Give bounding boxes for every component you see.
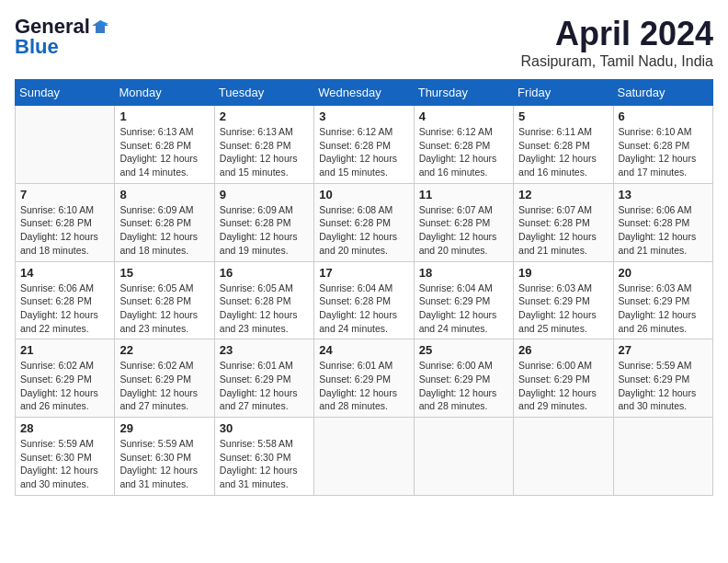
day-info: Sunrise: 6:05 AMSunset: 6:28 PMDaylight:… xyxy=(119,282,209,336)
day-info: Sunrise: 6:05 AMSunset: 6:28 PMDaylight:… xyxy=(220,282,309,336)
calendar-table: SundayMondayTuesdayWednesdayThursdayFrid… xyxy=(15,79,713,496)
day-number: 9 xyxy=(220,188,309,201)
calendar-cell: 26Sunrise: 6:00 AMSunset: 6:29 PMDayligh… xyxy=(514,339,613,418)
calendar-cell: 4Sunrise: 6:12 AMSunset: 6:28 PMDaylight… xyxy=(414,106,513,184)
day-info: Sunrise: 6:04 AMSunset: 6:29 PMDaylight:… xyxy=(419,282,508,336)
calendar-cell xyxy=(314,418,414,496)
calendar-cell: 2Sunrise: 6:13 AMSunset: 6:28 PMDaylight… xyxy=(214,106,313,184)
day-info: Sunrise: 6:13 AMSunset: 6:28 PMDaylight:… xyxy=(119,125,209,179)
calendar-week-row: 28Sunrise: 5:59 AMSunset: 6:30 PMDayligh… xyxy=(16,418,713,496)
day-number: 10 xyxy=(319,188,408,201)
page-header: General Blue April 2024 Rasipuram, Tamil… xyxy=(15,15,713,70)
day-info: Sunrise: 6:11 AMSunset: 6:28 PMDaylight:… xyxy=(518,125,608,179)
day-number: 24 xyxy=(319,343,408,357)
day-info: Sunrise: 5:59 AMSunset: 6:29 PMDaylight:… xyxy=(619,359,708,413)
day-info: Sunrise: 6:08 AMSunset: 6:28 PMDaylight:… xyxy=(319,203,408,258)
day-info: Sunrise: 5:59 AMSunset: 6:30 PMDaylight:… xyxy=(119,437,209,491)
calendar-cell: 18Sunrise: 6:04 AMSunset: 6:29 PMDayligh… xyxy=(414,261,513,339)
calendar-header-row: SundayMondayTuesdayWednesdayThursdayFrid… xyxy=(16,80,713,106)
title-section: April 2024 Rasipuram, Tamil Nadu, India xyxy=(520,15,713,70)
calendar-cell xyxy=(414,418,513,496)
day-info: Sunrise: 6:01 AMSunset: 6:29 PMDaylight:… xyxy=(319,359,408,413)
day-number: 20 xyxy=(619,266,708,280)
calendar-cell xyxy=(16,106,115,184)
calendar-cell: 22Sunrise: 6:02 AMSunset: 6:29 PMDayligh… xyxy=(115,339,214,418)
day-info: Sunrise: 6:02 AMSunset: 6:29 PMDaylight:… xyxy=(119,359,209,413)
logo: General Blue xyxy=(15,15,108,59)
day-info: Sunrise: 6:07 AMSunset: 6:28 PMDaylight:… xyxy=(518,203,608,258)
day-number: 28 xyxy=(20,421,109,435)
calendar-cell: 8Sunrise: 6:09 AMSunset: 6:28 PMDaylight… xyxy=(115,183,214,261)
logo-blue: Blue xyxy=(15,35,59,59)
day-info: Sunrise: 5:59 AMSunset: 6:30 PMDaylight:… xyxy=(20,437,109,491)
calendar-cell: 11Sunrise: 6:07 AMSunset: 6:28 PMDayligh… xyxy=(414,183,513,261)
day-info: Sunrise: 6:10 AMSunset: 6:28 PMDaylight:… xyxy=(619,125,708,179)
day-number: 11 xyxy=(419,188,508,201)
day-number: 21 xyxy=(20,343,109,357)
day-info: Sunrise: 6:03 AMSunset: 6:29 PMDaylight:… xyxy=(518,282,608,336)
calendar-cell: 13Sunrise: 6:06 AMSunset: 6:28 PMDayligh… xyxy=(613,183,712,261)
calendar-cell: 19Sunrise: 6:03 AMSunset: 6:29 PMDayligh… xyxy=(514,261,613,339)
calendar-week-row: 14Sunrise: 6:06 AMSunset: 6:28 PMDayligh… xyxy=(16,261,713,339)
day-number: 22 xyxy=(119,343,209,357)
day-number: 7 xyxy=(20,188,109,201)
day-number: 30 xyxy=(220,421,309,435)
day-number: 15 xyxy=(119,266,209,280)
month-title: April 2024 xyxy=(520,15,713,53)
day-number: 17 xyxy=(319,266,408,280)
day-number: 27 xyxy=(619,343,708,357)
day-number: 19 xyxy=(518,266,608,280)
calendar-cell: 5Sunrise: 6:11 AMSunset: 6:28 PMDaylight… xyxy=(514,106,613,184)
day-info: Sunrise: 5:58 AMSunset: 6:30 PMDaylight:… xyxy=(220,437,309,491)
day-info: Sunrise: 6:12 AMSunset: 6:28 PMDaylight:… xyxy=(419,125,508,179)
day-number: 13 xyxy=(619,188,708,201)
calendar-cell: 6Sunrise: 6:10 AMSunset: 6:28 PMDaylight… xyxy=(613,106,712,184)
weekday-header: Tuesday xyxy=(214,80,313,106)
calendar-cell: 16Sunrise: 6:05 AMSunset: 6:28 PMDayligh… xyxy=(214,261,313,339)
day-info: Sunrise: 6:00 AMSunset: 6:29 PMDaylight:… xyxy=(518,359,608,413)
weekday-header: Monday xyxy=(115,80,214,106)
day-number: 6 xyxy=(619,109,708,123)
calendar-cell: 29Sunrise: 5:59 AMSunset: 6:30 PMDayligh… xyxy=(115,418,214,496)
day-info: Sunrise: 6:12 AMSunset: 6:28 PMDaylight:… xyxy=(319,125,408,179)
day-info: Sunrise: 6:03 AMSunset: 6:29 PMDaylight:… xyxy=(619,282,708,336)
calendar-cell: 1Sunrise: 6:13 AMSunset: 6:28 PMDaylight… xyxy=(115,106,214,184)
day-info: Sunrise: 6:09 AMSunset: 6:28 PMDaylight:… xyxy=(119,203,209,258)
calendar-cell xyxy=(613,418,712,496)
day-number: 23 xyxy=(220,343,309,357)
day-number: 25 xyxy=(419,343,508,357)
day-number: 18 xyxy=(419,266,508,280)
day-number: 4 xyxy=(419,109,508,123)
day-number: 12 xyxy=(518,188,608,201)
day-info: Sunrise: 6:06 AMSunset: 6:28 PMDaylight:… xyxy=(619,203,708,258)
day-number: 5 xyxy=(518,109,608,123)
calendar-cell: 20Sunrise: 6:03 AMSunset: 6:29 PMDayligh… xyxy=(613,261,712,339)
day-info: Sunrise: 6:06 AMSunset: 6:28 PMDaylight:… xyxy=(20,282,109,336)
day-info: Sunrise: 6:01 AMSunset: 6:29 PMDaylight:… xyxy=(220,359,309,413)
day-number: 14 xyxy=(20,266,109,280)
day-info: Sunrise: 6:07 AMSunset: 6:28 PMDaylight:… xyxy=(419,203,508,258)
calendar-cell: 24Sunrise: 6:01 AMSunset: 6:29 PMDayligh… xyxy=(314,339,414,418)
calendar-cell: 14Sunrise: 6:06 AMSunset: 6:28 PMDayligh… xyxy=(16,261,115,339)
calendar-cell: 25Sunrise: 6:00 AMSunset: 6:29 PMDayligh… xyxy=(414,339,513,418)
day-number: 3 xyxy=(319,109,408,123)
calendar-cell: 3Sunrise: 6:12 AMSunset: 6:28 PMDaylight… xyxy=(314,106,414,184)
calendar-cell: 21Sunrise: 6:02 AMSunset: 6:29 PMDayligh… xyxy=(16,339,115,418)
day-info: Sunrise: 6:13 AMSunset: 6:28 PMDaylight:… xyxy=(220,125,309,179)
day-number: 26 xyxy=(518,343,608,357)
day-info: Sunrise: 6:04 AMSunset: 6:28 PMDaylight:… xyxy=(319,282,408,336)
day-info: Sunrise: 6:02 AMSunset: 6:29 PMDaylight:… xyxy=(20,359,109,413)
location: Rasipuram, Tamil Nadu, India xyxy=(520,53,713,70)
calendar-week-row: 21Sunrise: 6:02 AMSunset: 6:29 PMDayligh… xyxy=(16,339,713,418)
weekday-header: Saturday xyxy=(613,80,712,106)
calendar-cell: 23Sunrise: 6:01 AMSunset: 6:29 PMDayligh… xyxy=(214,339,313,418)
day-number: 2 xyxy=(220,109,309,123)
calendar-week-row: 7Sunrise: 6:10 AMSunset: 6:28 PMDaylight… xyxy=(16,183,713,261)
weekday-header: Friday xyxy=(514,80,613,106)
day-number: 16 xyxy=(220,266,309,280)
calendar-cell: 7Sunrise: 6:10 AMSunset: 6:28 PMDaylight… xyxy=(16,183,115,261)
day-info: Sunrise: 6:00 AMSunset: 6:29 PMDaylight:… xyxy=(419,359,508,413)
day-number: 1 xyxy=(119,109,209,123)
calendar-cell: 27Sunrise: 5:59 AMSunset: 6:29 PMDayligh… xyxy=(613,339,712,418)
calendar-cell xyxy=(514,418,613,496)
